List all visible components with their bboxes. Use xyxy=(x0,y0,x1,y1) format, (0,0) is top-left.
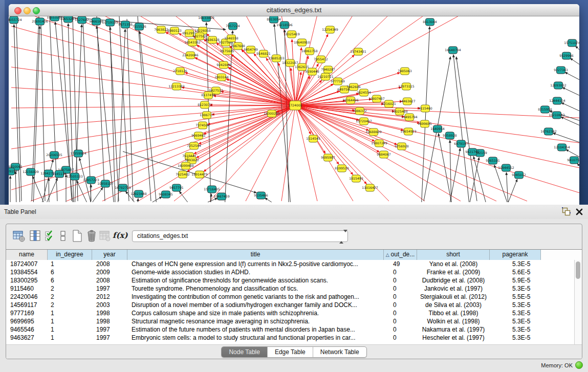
graph-node[interactable]: 10807487 xyxy=(368,95,385,102)
graph-node[interactable]: 19218596 xyxy=(276,21,293,29)
graph-node[interactable]: 9699695 xyxy=(418,120,432,127)
graph-node[interactable]: 6216021 xyxy=(382,100,396,107)
table-row[interactable]: 911546021997Tourette syndrome. Phenomeno… xyxy=(6,285,575,293)
tab-edge-table[interactable]: Edge Table xyxy=(267,347,313,357)
graph-node[interactable]: 8813054 xyxy=(267,16,281,23)
graph-node[interactable]: 16033809 xyxy=(198,16,214,21)
graph-node[interactable]: 8813044 xyxy=(423,18,437,26)
graph-node[interactable]: 7252544 xyxy=(187,142,201,149)
window-titlebar[interactable]: citations_edges.txt xyxy=(9,4,579,16)
graph-node[interactable]: 16648784 xyxy=(445,47,461,54)
graph-node[interactable]: 16961758 xyxy=(301,48,318,55)
table-row[interactable]: 969969511998Structural magnetic resonanc… xyxy=(6,317,575,325)
column-header-name[interactable]: name xyxy=(6,250,48,260)
citation-network-graph[interactable]: 1724001140557242069140610553287106532471… xyxy=(9,16,579,205)
graph-node[interactable]: 1724001 xyxy=(288,101,302,110)
graph-node[interactable]: 9190448 xyxy=(305,68,319,75)
graph-node[interactable]: 10688609 xyxy=(365,128,382,136)
graph-node[interactable]: 9608345 xyxy=(159,191,173,198)
graph-node[interactable]: 10944552 xyxy=(498,164,514,171)
graph-node[interactable]: 8199510 xyxy=(335,165,349,172)
graph-node[interactable]: 14463627 xyxy=(399,98,416,105)
graph-node[interactable]: 14055724 xyxy=(9,16,22,24)
graph-node[interactable]: 20206535 xyxy=(46,151,62,159)
graph-node[interactable]: 9756928 xyxy=(395,143,409,150)
table-row[interactable]: 946362711997Embryonic stem cells: a mode… xyxy=(6,334,575,342)
new-document-icon[interactable] xyxy=(71,229,84,243)
graph-node[interactable]: 1386717 xyxy=(200,112,214,119)
graph-node[interactable]: 7940287 xyxy=(321,66,335,73)
graph-node[interactable]: 1640954 xyxy=(430,125,445,133)
graph-node[interactable]: 19743431 xyxy=(350,48,366,55)
graph-node[interactable]: 7663822 xyxy=(154,26,168,33)
float-panel-icon[interactable] xyxy=(562,207,571,218)
table-row[interactable]: 1938455462009Genome-wide association stu… xyxy=(6,268,575,276)
vertical-scrollbar[interactable] xyxy=(574,260,582,345)
graph-node[interactable]: 3624554 xyxy=(357,89,371,96)
column-header-pagerank[interactable]: pagerank xyxy=(490,250,541,260)
select-columns-icon[interactable] xyxy=(29,229,42,243)
network-view-window[interactable]: citations_edges.txt 17240011405572420691… xyxy=(9,4,579,205)
table-row[interactable]: 977716911998Corpus callosum shape and si… xyxy=(6,309,575,317)
graph-node[interactable]: 8454749 xyxy=(244,46,258,53)
graph-node[interactable]: 12156809 xyxy=(23,168,39,176)
function-builder-icon[interactable]: f(x) xyxy=(113,231,126,244)
column-header-year[interactable]: year xyxy=(92,250,127,260)
graph-node[interactable]: 1815493 xyxy=(349,175,363,182)
graph-node[interactable]: 12973115 xyxy=(398,83,415,90)
graph-node[interactable]: 20364436 xyxy=(342,97,359,104)
graph-node[interactable]: 7515526 xyxy=(132,23,146,30)
graph-node[interactable]: 9135466 xyxy=(254,192,268,199)
graph-node[interactable]: 8860123 xyxy=(167,27,182,34)
graph-node[interactable]: 15716485 xyxy=(204,186,220,193)
graph-node[interactable]: 9410757 xyxy=(567,157,579,164)
graph-node[interactable]: 15720407 xyxy=(356,118,372,125)
graph-node[interactable]: 12213383 xyxy=(168,83,185,90)
rows-icon[interactable] xyxy=(56,229,70,243)
graph-node[interactable]: 2803144 xyxy=(214,74,229,81)
graph-node[interactable]: 18640910 xyxy=(294,39,310,46)
table-row[interactable]: 1872400712008Changes of HCN gene express… xyxy=(6,260,575,268)
graph-node[interactable]: 20691406 xyxy=(32,18,48,25)
scrollbar-thumb[interactable] xyxy=(576,261,580,279)
graph-node[interactable]: 9265101 xyxy=(486,157,500,164)
tab-node-table[interactable]: Node Table xyxy=(222,347,267,357)
column-header-title[interactable]: title xyxy=(127,250,384,260)
graph-node[interactable]: 8215958 xyxy=(538,106,552,113)
graph-node[interactable]: 7485063 xyxy=(398,68,412,75)
graph-node[interactable]: 2718126 xyxy=(173,68,187,75)
delete-trash-icon[interactable] xyxy=(85,229,98,243)
graph-node[interactable]: 7955412 xyxy=(314,56,328,63)
graph-node[interactable]: 12104354 xyxy=(554,144,570,151)
table-row[interactable]: 2242004622012Investigating the contribut… xyxy=(6,293,575,301)
tab-network-table[interactable]: Network Table xyxy=(313,347,366,357)
graph-node[interactable]: 12505133 xyxy=(67,173,83,180)
close-panel-icon[interactable] xyxy=(576,208,583,217)
graph-node[interactable]: 15751074 xyxy=(564,39,579,47)
column-header-in_degree[interactable]: in_degree xyxy=(48,250,92,260)
graph-node[interactable]: 9457791 xyxy=(169,184,184,191)
table-row[interactable]: 1830029562008Estimation of significance … xyxy=(6,276,575,285)
graph-node[interactable]: 8123073 xyxy=(198,101,212,108)
apply-checks-icon[interactable] xyxy=(44,229,57,243)
graph-node[interactable]: 9095907 xyxy=(321,154,335,161)
graph-node[interactable]: 2067608 xyxy=(231,42,245,50)
graph-node[interactable]: 9329966 xyxy=(559,52,574,59)
graph-node[interactable]: 7374504 xyxy=(195,122,210,129)
graph-node[interactable]: 16762342 xyxy=(540,128,557,135)
network-canvas[interactable]: 1724001140557242069140610553287106532471… xyxy=(9,16,579,205)
table-row[interactable]: 946554611997Estimation of the future num… xyxy=(6,325,575,334)
graph-node[interactable]: 18325419 xyxy=(284,31,300,38)
graph-node[interactable]: 12254349 xyxy=(322,26,338,33)
graph-node[interactable]: 10653247 xyxy=(60,16,76,23)
graph-node[interactable]: 6479197 xyxy=(454,140,468,147)
table-row[interactable]: 1456911722003Disruption of a novel membe… xyxy=(6,301,575,309)
graph-node[interactable]: 7857224 xyxy=(226,23,240,30)
table-select-dropdown[interactable]: citations_edges.txt xyxy=(132,230,348,242)
graph-node[interactable]: 10958107 xyxy=(97,180,114,187)
column-header-out_de[interactable]: △out_de... xyxy=(384,250,417,260)
graph-node[interactable]: 17359924 xyxy=(70,150,86,157)
graph-node[interactable]: 1527602 xyxy=(75,16,89,24)
column-header-short[interactable]: short xyxy=(417,250,490,260)
graph-node[interactable]: 17957223 xyxy=(83,177,99,184)
